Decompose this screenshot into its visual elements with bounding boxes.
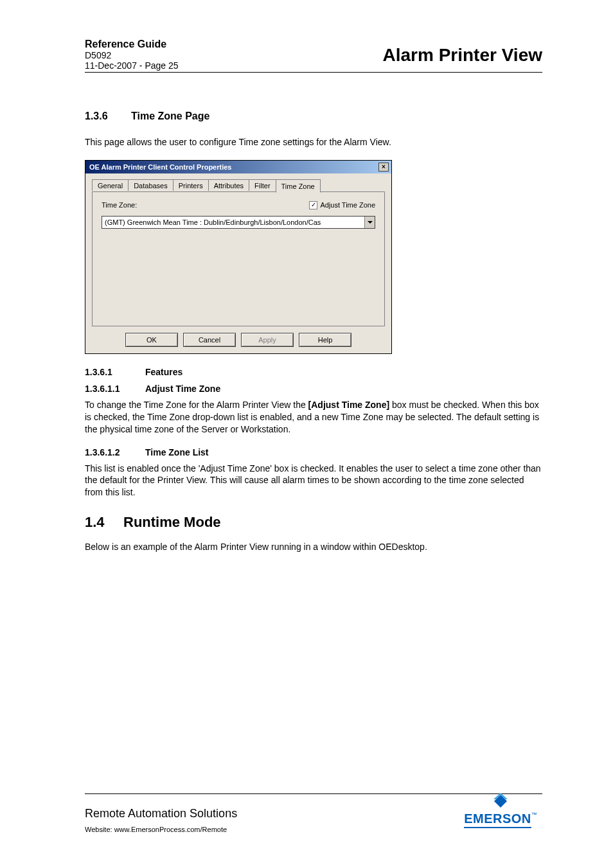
heading-number: 1.3.6 (85, 111, 131, 122)
help-button[interactable]: Help (299, 333, 351, 347)
heading-number: 1.3.6.1.1 (85, 384, 145, 394)
tab-strip: GeneralDatabasesPrintersAttributesFilter… (92, 179, 385, 191)
header-left: Reference Guide D5092 11-Dec-2007 - Page… (85, 39, 179, 71)
dialog-button-row: OK Cancel Apply Help (92, 333, 385, 347)
dialog-title: OE Alarm Printer Client Control Properti… (89, 163, 231, 171)
cancel-button[interactable]: Cancel (183, 333, 236, 347)
paragraph: Below is an example of the Alarm Printer… (85, 541, 542, 553)
heading-number: 1.3.6.1 (85, 367, 145, 377)
dialog-screenshot: OE Alarm Printer Client Control Properti… (85, 160, 542, 354)
emerson-logo: EMERSON™ (459, 792, 542, 828)
paragraph: To change the Time Zone for the Alarm Pr… (85, 399, 542, 436)
chevron-down-icon[interactable] (364, 217, 375, 228)
apply-button[interactable]: Apply (241, 333, 294, 347)
svg-marker-0 (494, 795, 507, 808)
timezone-select[interactable]: (GMT) Greenwich Mean Time : Dublin/Edinb… (102, 216, 375, 229)
heading-1-3-6-1: 1.3.6.1Features (85, 367, 542, 377)
ok-button[interactable]: OK (125, 333, 178, 347)
doc-title: Alarm Printer View (383, 45, 542, 66)
footer-company: Remote Automation Solutions (85, 807, 237, 820)
close-icon[interactable]: × (378, 163, 389, 172)
heading-text: Adjust Time Zone (145, 384, 220, 394)
tab-printers[interactable]: Printers (173, 179, 209, 191)
tab-attributes[interactable]: Attributes (208, 179, 249, 191)
heading-text: Features (145, 367, 182, 377)
heading-1-3-6-1-1: 1.3.6.1.1Adjust Time Zone (85, 384, 542, 394)
footer-website: Website: www.EmersonProcess.com/Remote (85, 826, 227, 833)
header-rule (85, 72, 542, 73)
paragraph: This page allows the user to configure T… (85, 136, 542, 148)
heading-text: Time Zone List (145, 447, 209, 457)
heading-text: Time Zone Page (131, 111, 209, 121)
tab-general[interactable]: General (92, 179, 129, 191)
emerson-logo-icon (492, 792, 510, 810)
adjust-timezone-label: Adjust Time Zone (320, 201, 375, 209)
paragraph: This list is enabled once the 'Adjust Ti… (85, 463, 542, 499)
checkbox-icon: ✓ (309, 201, 317, 209)
tab-timezone[interactable]: Time Zone (276, 179, 321, 193)
heading-1-3-6-1-2: 1.3.6.1.2Time Zone List (85, 447, 542, 457)
dialog-titlebar: OE Alarm Printer Client Control Properti… (85, 161, 391, 173)
page-info: 11-Dec-2007 - Page 25 (85, 60, 179, 71)
heading-text: Runtime Mode (123, 514, 221, 530)
emerson-logo-text: EMERSON (464, 811, 531, 828)
timezone-label: Time Zone: (102, 201, 137, 209)
tab-pane-timezone: Time Zone: ✓ Adjust Time Zone (GMT) Gree… (92, 191, 385, 326)
tab-databases[interactable]: Databases (128, 179, 173, 191)
properties-dialog: OE Alarm Printer Client Control Properti… (85, 160, 392, 354)
heading-1-4: 1.4Runtime Mode (85, 514, 542, 531)
heading-number: 1.3.6.1.2 (85, 447, 145, 457)
doc-number: D5092 (85, 50, 179, 60)
adjust-timezone-checkbox[interactable]: ✓ Adjust Time Zone (309, 201, 375, 209)
trademark-symbol: ™ (531, 811, 537, 818)
heading-1-3-6: 1.3.6Time Zone Page (85, 111, 542, 122)
bold-reference: [Adjust Time Zone] (308, 400, 390, 410)
heading-number: 1.4 (85, 514, 123, 531)
timezone-select-value: (GMT) Greenwich Mean Time : Dublin/Edinb… (102, 218, 364, 226)
guide-title: Reference Guide (85, 39, 179, 50)
tab-filter[interactable]: Filter (249, 179, 276, 191)
